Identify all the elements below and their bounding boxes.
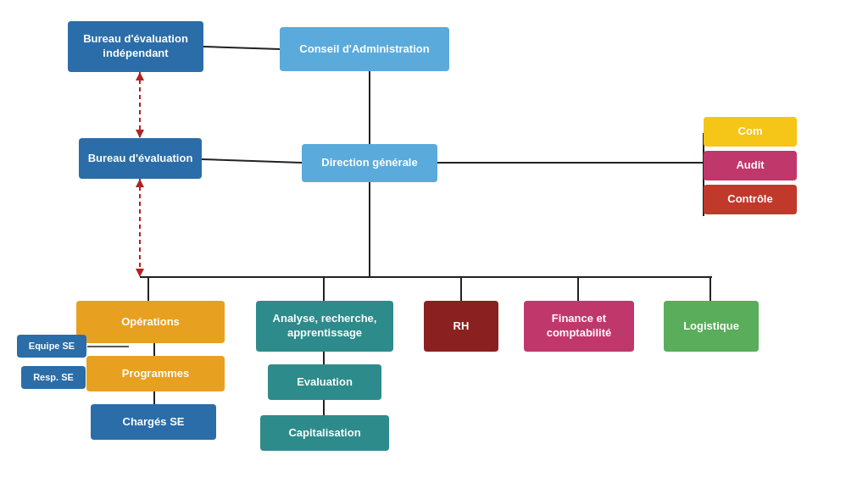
programmes-box: Programmes	[86, 356, 225, 391]
bureau-evaluation-box: Bureau d'évaluation	[79, 138, 202, 179]
evaluation-box: Evaluation	[268, 364, 381, 400]
svg-line-0	[203, 47, 280, 49]
com-box: Com	[704, 117, 797, 147]
svg-marker-8	[136, 179, 144, 187]
svg-line-2	[202, 159, 302, 163]
capitalisation-box: Capitalisation	[260, 415, 389, 451]
direction-generale-box: Direction générale	[302, 144, 437, 182]
org-chart: Conseil d'Administration Bureau d'évalua…	[0, 0, 868, 494]
logistique-box: Logistique	[664, 301, 759, 352]
finance-box: Finance et comptabilité	[524, 301, 634, 352]
equipe-se-box: Equipe SE	[17, 335, 86, 358]
charges-se-box: Chargés SE	[91, 404, 216, 440]
audit-box: Audit	[704, 151, 797, 180]
svg-marker-7	[136, 269, 144, 277]
svg-marker-4	[136, 130, 144, 138]
svg-marker-5	[136, 72, 144, 80]
operations-box: Opérations	[76, 301, 225, 343]
analyse-box: Analyse, recherche, apprentissage	[256, 301, 393, 352]
rh-box: RH	[424, 301, 498, 352]
bureau-eval-independant-box: Bureau d'évaluation indépendant	[68, 21, 203, 72]
conseil-administration-box: Conseil d'Administration	[280, 27, 449, 71]
controle-box: Contrôle	[704, 185, 797, 214]
resp-se-box: Resp. SE	[21, 366, 86, 389]
